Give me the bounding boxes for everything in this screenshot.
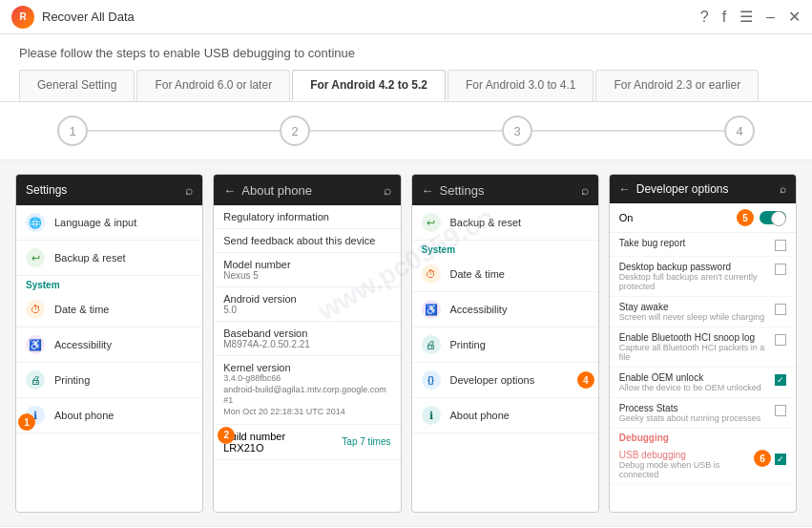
screen3-backup: ↩ Backup & reset (412, 205, 598, 241)
settings-backup: ↩ Backup & reset (16, 241, 202, 276)
header-subtitle: Please follow the steps to enable USB de… (19, 46, 793, 60)
step-1: 1 (57, 116, 88, 146)
language-label: Language & input (54, 217, 136, 228)
android-version-value: 5.0 (223, 305, 390, 315)
build-number-row: Build number LRX21O 2 Tap 7 times (214, 425, 400, 460)
regulatory-row: Regulatory information (214, 205, 400, 229)
dev-bluetooth: Enable Bluetooth HCI snoop log Capture a… (610, 327, 796, 368)
step-4: 4 (724, 116, 755, 146)
bluetooth-desc: Capture all Bluetooth HCI packets in a f… (619, 343, 771, 362)
back-arrow-icon: ← (223, 183, 236, 198)
screen2-search-icon[interactable]: ⌕ (384, 182, 391, 198)
screen3-header: ← Settings ⌕ (412, 175, 598, 205)
dev-on-label: On (619, 212, 634, 223)
step-line-2 (310, 130, 502, 132)
stay-awake-desc: Screen will never sleep while charging (619, 312, 771, 322)
screen3-datetime-icon: ⏱ (422, 264, 441, 284)
bluetooth-checkbox[interactable] (775, 334, 786, 346)
model-value: Nexus 5 (223, 270, 390, 281)
dev-process-stats: Process Stats Geeky stats about running … (610, 398, 796, 429)
process-stats-checkbox[interactable] (775, 405, 786, 416)
screen3-printing-icon: 🖨 (422, 335, 441, 354)
main-content: Settings ⌕ 🌐 Language & input ↩ Backup &… (0, 160, 812, 526)
oem-unlock-checkbox[interactable]: ✓ (775, 374, 786, 386)
screen3-backup-label: Backup & reset (450, 217, 522, 228)
desktop-backup-checkbox[interactable] (775, 264, 786, 275)
kernel-value: 3.4.0-g88fbc66android-build@agila1.mtv.c… (223, 373, 390, 418)
title-bar-controls: ? f ☰ – ✕ (700, 8, 801, 26)
build-number-value: LRX21O (223, 442, 285, 454)
screen4-search-icon[interactable]: ⌕ (780, 182, 786, 196)
printing-icon: 🖨 (26, 370, 45, 390)
screen3-search-icon[interactable]: ⌕ (581, 182, 589, 198)
bug-report-checkbox[interactable] (775, 240, 786, 251)
screen1-search-icon[interactable]: ⌕ (185, 182, 193, 198)
screen1-system-label: System (16, 276, 202, 292)
baseband-label: Baseband version (223, 327, 390, 339)
accessibility-label: Accessibility (54, 339, 112, 350)
step-line-3 (532, 130, 724, 132)
app-logo: R (11, 6, 34, 29)
screen3-datetime: ⏱ Date & time (412, 257, 598, 292)
screen3-developer: {} Developer options 4 (412, 363, 598, 398)
screen4-header: ← Developer options ⌕ (610, 175, 796, 203)
tab-android30[interactable]: For Android 3.0 to 4.1 (448, 70, 593, 101)
settings-accessibility: ♿ Accessibility (16, 327, 202, 363)
baseband-value: M8974A-2.0.50.2.21 (223, 339, 390, 349)
back-nav: ← About phone (223, 183, 312, 198)
datetime-label: Date & time (54, 304, 109, 315)
desktop-backup-desc: Desktop full backups aren't currently pr… (619, 272, 771, 291)
oem-unlock-desc: Allow the device to be OEM unlocked (619, 383, 771, 392)
header: Please follow the steps to enable USB de… (0, 34, 812, 102)
tab-android42[interactable]: For Android 4.2 to 5.2 (292, 70, 446, 101)
screen3-about-icon: ℹ (422, 406, 441, 425)
help-icon[interactable]: ? (700, 9, 709, 26)
stay-awake-checkbox[interactable] (775, 304, 786, 315)
menu-icon[interactable]: ☰ (739, 8, 753, 26)
dev-toggle[interactable] (760, 211, 786, 224)
tabs: General Setting For Android 6.0 or later… (19, 70, 793, 101)
screen3-printing: 🖨 Printing (412, 327, 598, 363)
badge-2: 2 (218, 427, 235, 444)
screen3-title: Settings (440, 183, 485, 198)
screen3-accessibility-icon: ♿ (422, 300, 441, 319)
usb-debugging-title: USB debugging (619, 450, 750, 460)
accessibility-icon: ♿ (26, 335, 45, 354)
screen4-title: Developer options (636, 182, 729, 196)
screen3-accessibility: ♿ Accessibility (412, 292, 598, 327)
screen-2: ← About phone ⌕ Regulatory information S… (213, 174, 401, 513)
screen3-backup-icon: ↩ (422, 213, 441, 232)
dev-usb-debugging: USB debugging Debug mode when USB is con… (610, 445, 796, 485)
dev-bug-report: Take bug report (610, 233, 796, 257)
printing-label: Printing (54, 374, 90, 386)
screen3-accessibility-label: Accessibility (450, 304, 508, 315)
process-stats-title: Process Stats (619, 403, 771, 413)
minimize-icon[interactable]: – (766, 9, 775, 26)
tab-general[interactable]: General Setting (19, 70, 135, 101)
step-3: 3 (502, 116, 532, 146)
model-label: Model number (223, 259, 390, 270)
screen1-header: Settings ⌕ (16, 175, 202, 205)
tab-android23[interactable]: For Android 2.3 or earlier (595, 70, 759, 101)
badge-1: 1 (18, 413, 35, 431)
screen1-title: Settings (26, 183, 67, 197)
settings-printing: 🖨 Printing (16, 363, 202, 398)
dev-desktop-backup: Desktop backup password Desktop full bac… (610, 257, 796, 297)
screen2-title: About phone (241, 183, 312, 198)
steps-bar: 1 2 3 4 (0, 102, 812, 160)
backup-icon: ↩ (26, 248, 45, 267)
settings-datetime: ⏱ Date & time (16, 292, 202, 327)
model-row: Model number Nexus 5 (214, 253, 400, 287)
usb-debugging-checkbox[interactable]: ✓ (775, 454, 786, 465)
screen3-back-icon: ← (422, 183, 434, 198)
close-icon[interactable]: ✕ (788, 8, 801, 26)
screen3-datetime-label: Date & time (450, 268, 505, 280)
android-version-row: Android version 5.0 (214, 287, 400, 322)
usb-debugging-desc: Debug mode when USB is connected (619, 460, 750, 479)
backup-label: Backup & reset (54, 252, 126, 264)
feedback-label: Send feedback about this device (223, 235, 390, 246)
dev-stay-awake: Stay awake Screen will never sleep while… (610, 297, 796, 327)
process-stats-desc: Geeky stats about running processes (619, 413, 771, 423)
tab-android60[interactable]: For Android 6.0 or later (136, 70, 290, 101)
facebook-icon[interactable]: f (722, 9, 726, 26)
